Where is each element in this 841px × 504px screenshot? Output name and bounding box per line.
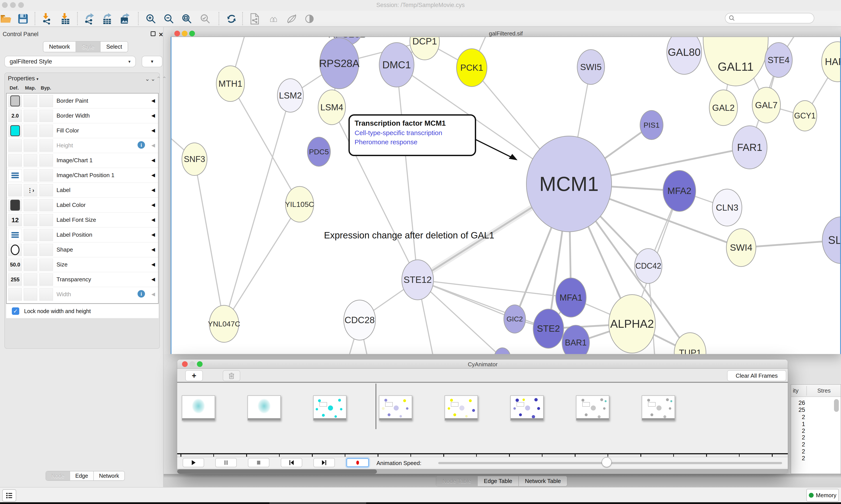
table-cell[interactable]: 2 bbox=[792, 434, 805, 441]
expand-arrow-icon[interactable]: ◀ bbox=[151, 247, 155, 252]
canvas-caption[interactable]: Expression change after deletion of GAL1 bbox=[304, 230, 514, 240]
refresh-layout-icon[interactable] bbox=[226, 13, 237, 25]
info-icon[interactable]: i bbox=[138, 141, 145, 149]
property-row-border-width[interactable]: 2.0 Border Width ◀ bbox=[6, 108, 158, 123]
task-history-button[interactable] bbox=[2, 489, 16, 502]
timeline-scrollbar[interactable] bbox=[177, 469, 788, 474]
timeline-ruler[interactable] bbox=[177, 453, 788, 454]
table-cell[interactable]: 2 bbox=[792, 414, 805, 420]
table-scrollbar[interactable] bbox=[834, 399, 839, 412]
network-node[interactable]: CLN3 bbox=[712, 189, 742, 227]
keyframe-thumbnail[interactable] bbox=[379, 395, 412, 420]
tab-node-table[interactable]: Node Table bbox=[436, 476, 478, 486]
column-header-stress[interactable]: Stres bbox=[817, 387, 831, 394]
annotation-box[interactable]: Transcription factor MCM1 Cell-type-spec… bbox=[348, 114, 476, 156]
tab-network[interactable]: Network bbox=[43, 41, 76, 52]
lock-size-checkbox[interactable]: ✓ bbox=[12, 307, 19, 315]
network-node[interactable]: MFA2 bbox=[663, 170, 696, 212]
column-divider[interactable] bbox=[806, 386, 807, 396]
network-node[interactable]: CDC28 bbox=[343, 300, 376, 340]
expand-arrow-icon[interactable]: ◀ bbox=[151, 128, 155, 133]
network-node[interactable]: ALPHA2 bbox=[608, 294, 656, 353]
network-node[interactable]: GAL7 bbox=[752, 87, 781, 123]
export-network-icon[interactable] bbox=[83, 13, 95, 25]
network-node[interactable]: STE4 bbox=[765, 42, 793, 78]
network-node[interactable]: YIL105C bbox=[285, 186, 314, 222]
network-node[interactable]: MCM1 bbox=[526, 136, 612, 232]
property-row-label-font-size[interactable]: 12 Label Font Size ◀ bbox=[6, 213, 158, 228]
tab-select[interactable]: Select bbox=[101, 41, 128, 52]
network-node[interactable]: RPS28A bbox=[319, 37, 359, 89]
keyframe-thumbnail[interactable] bbox=[642, 395, 675, 420]
cyanimator-titlebar[interactable]: CyAnimator bbox=[177, 360, 788, 369]
zoom-out-icon[interactable] bbox=[163, 13, 175, 25]
network-node[interactable]: YNL047C bbox=[209, 305, 239, 343]
network-node[interactable]: SWI4 bbox=[726, 228, 756, 267]
tab-style[interactable]: Style bbox=[76, 41, 101, 52]
network-node[interactable]: LSM4 bbox=[318, 90, 346, 125]
expand-arrow-icon[interactable]: ◀ bbox=[151, 217, 155, 223]
import-table-icon[interactable] bbox=[59, 13, 71, 25]
keyframe-thumbnail[interactable] bbox=[313, 395, 346, 420]
network-node[interactable]: STE12 bbox=[401, 259, 434, 300]
table-cell[interactable]: 25 bbox=[792, 407, 805, 413]
keyframe-thumbnail[interactable] bbox=[445, 395, 478, 420]
expand-collapse-icons[interactable]: ⌄⌄⌃⌃ bbox=[145, 75, 167, 82]
expand-arrow-icon[interactable]: ◀ bbox=[151, 262, 155, 267]
save-session-icon[interactable] bbox=[17, 13, 29, 25]
network-window-titlebar[interactable]: galFiltered.sif bbox=[171, 30, 841, 37]
expand-arrow-icon[interactable]: ◀ bbox=[151, 98, 155, 104]
play-button[interactable] bbox=[183, 458, 204, 467]
zoom-fit-icon[interactable] bbox=[181, 13, 193, 25]
property-row-image-chart-position-1[interactable]: Image/Chart Position 1 ◀ bbox=[6, 168, 158, 183]
properties-header[interactable]: Properties ▾ bbox=[8, 75, 38, 82]
tab-network-table[interactable]: Network Table bbox=[519, 476, 567, 486]
property-row-height[interactable]: Height i ◀ bbox=[6, 138, 158, 153]
network-node[interactable]: SWI5 bbox=[577, 49, 605, 85]
network-node[interactable]: DMC1 bbox=[379, 42, 414, 87]
tab-edge[interactable]: Edge bbox=[70, 471, 94, 480]
default-value-swatch[interactable] bbox=[8, 125, 22, 137]
network-node[interactable]: MFA1 bbox=[555, 277, 587, 318]
network-node[interactable]: PDC5 bbox=[307, 137, 331, 167]
network-node[interactable]: FAR1 bbox=[732, 125, 767, 169]
expand-arrow-icon[interactable]: ◀ bbox=[151, 232, 155, 237]
expand-arrow-icon[interactable]: ◀ bbox=[151, 172, 155, 178]
property-row-size[interactable]: 50.0 Size ◀ bbox=[6, 257, 158, 272]
network-node[interactable]: LSM2 bbox=[277, 78, 304, 112]
network-node[interactable]: GAL2 bbox=[709, 90, 738, 126]
slider-thumb[interactable] bbox=[602, 457, 612, 467]
cyanimator-timeline[interactable]: 0 1 2 3 4 5 6 7 8 9 Seconds bbox=[177, 383, 788, 457]
property-row-transparency[interactable]: 255 Transparency ◀ bbox=[6, 272, 158, 287]
property-row-image-chart-1[interactable]: Image/Chart 1 ◀ bbox=[6, 153, 158, 168]
network-node[interactable]: PCK1 bbox=[456, 48, 487, 87]
expand-arrow-icon[interactable]: ◀ bbox=[151, 202, 155, 208]
network-node[interactable]: PIS1 bbox=[640, 110, 663, 140]
add-frame-button[interactable]: + bbox=[185, 370, 203, 381]
keyframe-thumbnail[interactable] bbox=[576, 395, 609, 420]
expand-arrow-icon[interactable]: ◀ bbox=[151, 158, 155, 163]
memory-button[interactable]: Memory bbox=[806, 489, 839, 502]
column-header-centrality[interactable]: ity bbox=[793, 387, 799, 394]
default-value-swatch[interactable] bbox=[8, 199, 22, 211]
property-row-border-paint[interactable]: Border Paint ◀ bbox=[6, 93, 158, 108]
table-cell[interactable]: 2 bbox=[792, 455, 805, 462]
info-icon[interactable]: i bbox=[138, 290, 145, 298]
network-node[interactable]: MTH1 bbox=[216, 66, 245, 102]
timeline-playhead[interactable] bbox=[376, 383, 376, 429]
network-node[interactable]: CDC42 bbox=[634, 248, 662, 284]
tab-edge-table[interactable]: Edge Table bbox=[478, 476, 519, 486]
export-image-icon[interactable] bbox=[119, 13, 131, 25]
property-row-label-position[interactable]: Label Position ◀ bbox=[6, 228, 158, 242]
expand-arrow-icon[interactable]: ◀ bbox=[151, 187, 155, 193]
keyframe-thumbnail[interactable] bbox=[510, 395, 543, 420]
network-node[interactable]: GCY1 bbox=[793, 100, 817, 131]
scrollbar-thumb[interactable] bbox=[177, 469, 377, 474]
default-value-swatch[interactable] bbox=[8, 95, 22, 107]
skip-to-end-button[interactable] bbox=[314, 458, 335, 467]
style-options-menu-button[interactable]: ▾ bbox=[142, 56, 162, 67]
table-cell[interactable]: 2 bbox=[792, 428, 805, 434]
network-canvas[interactable]: RPS28B DCP1 RPS28A DMC1 PCK1 SWI5 GAL80 … bbox=[171, 37, 841, 354]
close-panel-icon[interactable]: ✕ bbox=[159, 31, 163, 38]
network-node[interactable]: GIC2 bbox=[503, 305, 526, 334]
